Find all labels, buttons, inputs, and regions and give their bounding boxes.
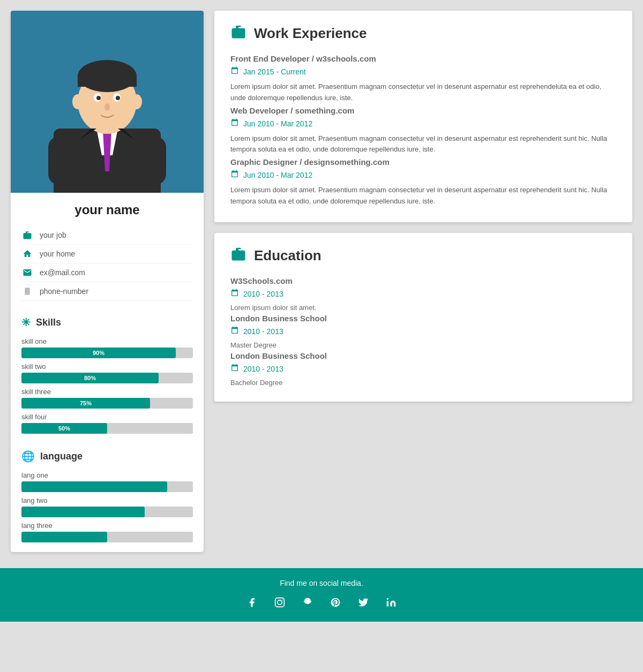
linkedin-icon[interactable]: [383, 594, 400, 611]
work-experience-card: Work Experience Front End Developer / w3…: [214, 11, 632, 222]
work-icon: [230, 24, 246, 43]
pinterest-icon[interactable]: [327, 594, 344, 611]
skill-1-fill: 90%: [21, 348, 176, 358]
svg-rect-7: [78, 76, 137, 87]
footer-text: Find me on social media.: [11, 579, 632, 587]
school-2: London Business School: [230, 314, 616, 323]
edu-entry-1: W3Schools.com 2010 - 2013 Lorem ipsum do…: [230, 276, 616, 312]
globe-icon: 🌐: [21, 450, 35, 463]
date-row-2: Jun 2010 - Mar 2012: [230, 118, 616, 129]
lang-3-bar: [21, 532, 193, 542]
snapchat-icon[interactable]: [299, 594, 316, 611]
edu-entry-3: London Business School 2010 - 2013 Bache…: [230, 351, 616, 387]
date-2: Jun 2010 - Mar 2012: [243, 119, 312, 128]
svg-point-13: [116, 96, 120, 100]
svg-point-8: [72, 94, 83, 109]
edu-calendar-icon-2: [230, 326, 239, 337]
lang-1-bar: [21, 481, 193, 492]
education-title: Education: [230, 246, 616, 266]
edu-date-row-2: 2010 - 2013: [230, 326, 616, 337]
contact-job: your job: [21, 226, 193, 245]
job-title-2: Web Developer / something.com: [230, 106, 616, 115]
edu-degree-2: Master Degree: [230, 341, 616, 349]
edu-date-1: 2010 - 2013: [243, 290, 283, 298]
skill-4-label: skill four: [21, 413, 193, 421]
edu-calendar-icon-3: [230, 364, 239, 374]
phone-icon: [21, 285, 33, 297]
edu-degree-1: Lorem ipsum dolor sit amet.: [230, 304, 616, 312]
briefcase-icon: [21, 229, 33, 241]
calendar-icon-3: [230, 170, 239, 180]
edu-entry-2: London Business School 2010 - 2013 Maste…: [230, 314, 616, 349]
lang-2-label: lang two: [21, 496, 193, 504]
svg-rect-18: [137, 137, 166, 185]
skills-heading: ✳ Skills: [11, 309, 204, 333]
home-icon: [21, 248, 33, 260]
date-row-3: Jun 2010 - Mar 2012: [230, 170, 616, 180]
edu-date-3: 2010 - 2013: [243, 365, 283, 373]
date-1: Jan 2015 - Current: [243, 67, 306, 76]
skill-1-label: skill one: [21, 337, 193, 345]
content-area: Work Experience Front End Developer / w3…: [214, 11, 632, 402]
svg-point-24: [387, 598, 388, 600]
email-icon: [21, 267, 33, 278]
job-text: your job: [40, 231, 66, 239]
social-icons: [11, 594, 632, 611]
lang-1-label: lang one: [21, 471, 193, 479]
facebook-icon[interactable]: [243, 594, 260, 611]
contact-email: ex@mail.com: [21, 263, 193, 282]
email-text: ex@mail.com: [40, 268, 85, 277]
date-3: Jun 2010 - Mar 2012: [243, 171, 312, 179]
edu-date-2: 2010 - 2013: [243, 327, 283, 336]
instagram-icon[interactable]: [271, 594, 288, 611]
education-card: Education W3Schools.com 2010 - 2013 Lore…: [214, 233, 632, 402]
skill-2-fill: 80%: [21, 373, 159, 383]
lang-2-fill: [21, 507, 145, 517]
lang-3-fill: [21, 532, 107, 542]
phone-text: phone-number: [40, 287, 88, 296]
edu-degree-3: Bachelor Degree: [230, 379, 616, 387]
skill-4-bar: 50%: [21, 423, 193, 434]
profile-name: your name: [11, 193, 204, 223]
skill-4-value: 50%: [58, 425, 70, 432]
skills-section: skill one 90% skill two 80% skill three …: [11, 337, 204, 443]
edu-date-row-1: 2010 - 2013: [230, 289, 616, 299]
skill-4-fill: 50%: [21, 423, 107, 434]
job-title-3: Graphic Designer / designsomething.com: [230, 157, 616, 167]
work-entry-3: Graphic Designer / designsomething.com J…: [230, 157, 616, 207]
skill-2-bar: 80%: [21, 373, 193, 383]
edu-calendar-icon-1: [230, 289, 239, 299]
work-entry-1: Front End Developer / w3schools.com Jan …: [230, 54, 616, 104]
calendar-icon-1: [230, 66, 239, 77]
contact-phone: phone-number: [21, 282, 193, 301]
svg-point-9: [131, 94, 142, 109]
twitter-icon[interactable]: [355, 594, 372, 611]
job-desc-1: Lorem ipsum dolor sit amet. Praesentium …: [230, 81, 616, 104]
lang-1-fill: [21, 481, 167, 492]
svg-point-23: [282, 600, 283, 601]
work-heading-text: Work Experience: [254, 25, 367, 42]
footer: Find me on social media.: [0, 568, 643, 622]
avatar-section: [11, 11, 204, 193]
svg-rect-17: [48, 137, 78, 185]
language-section: lang one lang two lang three: [11, 471, 204, 552]
language-heading: 🌐 language: [11, 443, 204, 467]
skill-2-value: 80%: [84, 375, 96, 381]
school-3: London Business School: [230, 351, 616, 360]
school-1: W3Schools.com: [230, 276, 616, 285]
job-desc-3: Lorem ipsum dolor sit amet. Praesentium …: [230, 185, 616, 207]
svg-point-14: [104, 103, 110, 111]
skill-2-label: skill two: [21, 363, 193, 371]
svg-point-12: [96, 96, 101, 100]
skill-3-label: skill three: [21, 388, 193, 396]
calendar-icon-2: [230, 118, 239, 129]
skills-heading-text: Skills: [36, 317, 61, 328]
home-text: your home: [40, 250, 75, 258]
skill-3-fill: 75%: [21, 398, 150, 409]
work-entry-2: Web Developer / something.com Jun 2010 -…: [230, 106, 616, 156]
contact-list: your job your home ex@mail.com phone-num…: [11, 223, 204, 309]
job-desc-2: Lorem ipsum dolor sit amet. Praesentium …: [230, 133, 616, 156]
work-experience-title: Work Experience: [230, 24, 616, 43]
svg-point-22: [278, 600, 282, 605]
contact-home: your home: [21, 245, 193, 263]
